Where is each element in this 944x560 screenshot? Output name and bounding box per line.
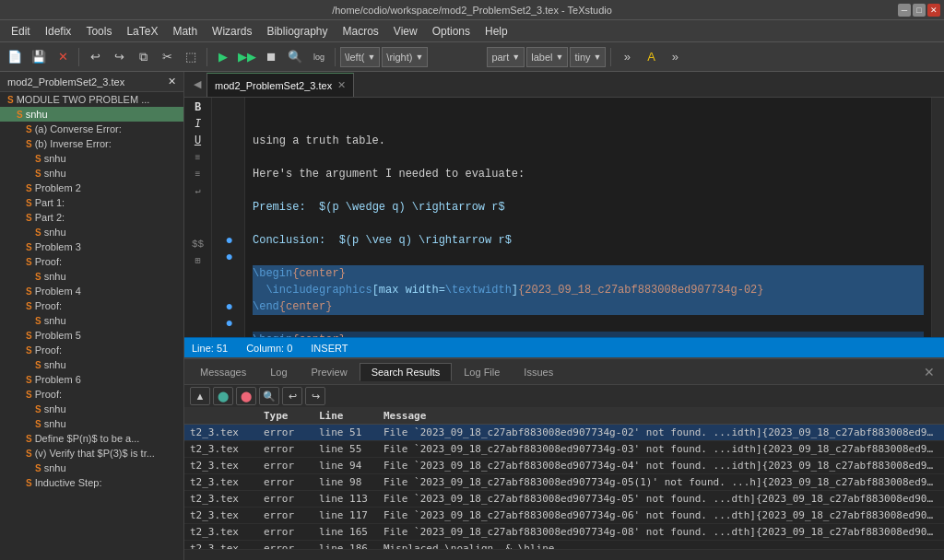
tab-search-results[interactable]: Search Results [360, 363, 453, 381]
sidebar-item-16[interactable]: SProblem 5 [0, 328, 183, 343]
sidebar-item-18[interactable]: Ssnhu [0, 357, 183, 372]
toolbar-more-btn[interactable]: » [616, 46, 638, 68]
error-row-1[interactable]: t2_3.texerrorline 55File `2023_09_18_c27… [184, 441, 944, 458]
toolbar-redo-btn[interactable]: ↪ [108, 46, 130, 68]
sidebar-item-23[interactable]: SDefine $P(n)$ to be a... [0, 431, 183, 446]
menu-tools[interactable]: Tools [78, 23, 119, 40]
error-row-3[interactable]: t2_3.texerrorline 98File `2023_09_18_c27… [184, 474, 944, 491]
menu-macros[interactable]: Macros [336, 23, 386, 40]
tab-log-file[interactable]: Log File [452, 363, 512, 380]
italic-icon[interactable]: I [187, 116, 209, 133]
toolbar-greek-btn[interactable]: Α [640, 46, 662, 68]
sidebar-item-20[interactable]: SProof: [0, 387, 183, 402]
sidebar-item-3[interactable]: S(b) Inverse Error: [0, 136, 183, 151]
error-row-4[interactable]: t2_3.texerrorline 113File `2023_09_18_c2… [184, 491, 944, 508]
dollar-icon[interactable]: $$ [187, 236, 209, 252]
bottom-circle-btn[interactable]: ⬤ [213, 387, 233, 405]
bottom-search-btn[interactable]: 🔍 [259, 387, 279, 405]
error-row-2[interactable]: t2_3.texerrorline 94File `2023_09_18_c27… [184, 458, 944, 474]
menu-edit[interactable]: Edit [4, 23, 38, 40]
code-content[interactable]: using a truth table.Here's the argument … [245, 98, 931, 337]
toolbar-copy-btn[interactable]: ⧉ [132, 46, 154, 68]
menu-help[interactable]: Help [478, 23, 515, 40]
toolbar-label-dropdown[interactable]: label ▼ [526, 47, 568, 67]
tab-nav-left[interactable]: ◀ [188, 72, 206, 97]
menu-view[interactable]: View [386, 23, 425, 40]
minimize-button[interactable]: ─ [898, 4, 911, 17]
sidebar-item-26[interactable]: SInductive Step: [0, 475, 183, 490]
toolbar-part-dropdown[interactable]: part ▼ [487, 47, 525, 67]
sidebar-item-7[interactable]: SPart 1: [0, 195, 183, 210]
bottom-up-btn[interactable]: ▲ [190, 387, 210, 405]
sidebar-item-19[interactable]: SProblem 6 [0, 372, 183, 387]
sidebar-close-icon[interactable]: ✕ [168, 76, 176, 88]
editor-scrollbar[interactable] [931, 98, 944, 337]
sidebar-item-14[interactable]: SProof: [0, 298, 183, 313]
menu-bibliography[interactable]: Bibliography [259, 23, 335, 40]
return-icon[interactable]: ↵ [187, 182, 209, 199]
bottom-panel-close-icon[interactable]: ✕ [918, 365, 940, 379]
sidebar-item-2[interactable]: S(a) Converse Error: [0, 122, 183, 136]
sidebar-item-17[interactable]: SProof: [0, 343, 183, 357]
menu-wizards[interactable]: Wizards [205, 23, 259, 40]
error-row-7[interactable]: t2_3.texerrorline 186Misplaced \noalign.… [184, 541, 944, 550]
window-controls: ─ □ ✕ [898, 4, 940, 17]
align-icon[interactable]: ≡ [187, 166, 209, 182]
sidebar-item-15[interactable]: Ssnhu [0, 313, 183, 328]
sidebar-item-6[interactable]: SProblem 2 [0, 181, 183, 195]
sidebar-item-22[interactable]: Ssnhu [0, 416, 183, 431]
sidebar-item-4[interactable]: Ssnhu [0, 151, 183, 166]
sidebar-item-8[interactable]: SPart 2: [0, 210, 183, 225]
menu-latex[interactable]: LaTeX [119, 23, 165, 40]
sidebar-item-11[interactable]: SProof: [0, 254, 183, 269]
transform-icon[interactable]: ⊞ [187, 252, 209, 269]
editor-tab-active[interactable]: mod2_ProblemSet2_3.tex ✕ [206, 73, 354, 97]
sidebar-item-0[interactable]: SMODULE TWO PROBLEM ... [0, 92, 183, 107]
bottom-refresh-btn[interactable]: ↩ [282, 387, 302, 405]
underline-icon[interactable]: U [187, 133, 209, 149]
toolbar-new-btn[interactable]: 📄 [4, 46, 26, 68]
close-window-button[interactable]: ✕ [927, 4, 940, 17]
toolbar-more2-btn[interactable]: » [664, 46, 686, 68]
sidebar-item-21[interactable]: Ssnhu [0, 402, 183, 416]
menu-options[interactable]: Options [425, 23, 478, 40]
toolbar-cut-btn[interactable]: ✂ [156, 46, 178, 68]
sidebar-item-9[interactable]: Ssnhu [0, 225, 183, 239]
tab-preview[interactable]: Preview [300, 363, 360, 380]
sidebar-item-1[interactable]: Ssnhu [0, 107, 183, 122]
toolbar-something-btn[interactable]: ⬚ [180, 46, 202, 68]
toolbar-run-btn[interactable]: ▶▶ [236, 46, 258, 68]
bold-icon[interactable]: B [187, 99, 209, 116]
toolbar-cancel-btn[interactable]: ✕ [52, 46, 74, 68]
toolbar-save-btn[interactable]: 💾 [28, 46, 50, 68]
toolbar-right-dropdown[interactable]: \right) ▼ [382, 47, 428, 67]
col-file [184, 408, 258, 425]
toolbar-undo-btn[interactable]: ↩ [84, 46, 106, 68]
sidebar-item-24[interactable]: S(v) Verify that $P(3)$ is tr... [0, 446, 183, 461]
bottom-refresh2-btn[interactable]: ↪ [305, 387, 325, 405]
toolbar-tiny-dropdown[interactable]: tiny ▼ [570, 47, 606, 67]
toolbar-search-btn[interactable]: 🔍 [284, 46, 306, 68]
sidebar-item-5[interactable]: Ssnhu [0, 166, 183, 181]
toolbar-compile-btn[interactable]: ▶ [212, 46, 234, 68]
bottom-hscroll[interactable] [184, 549, 944, 560]
maximize-button[interactable]: □ [913, 4, 926, 17]
error-row-6[interactable]: t2_3.texerrorline 165File `2023_09_18_c2… [184, 524, 944, 541]
sidebar-item-10[interactable]: SProblem 3 [0, 239, 183, 254]
sidebar-item-12[interactable]: Ssnhu [0, 269, 183, 284]
toolbar-left-dropdown[interactable]: \left( ▼ [340, 47, 380, 67]
error-row-5[interactable]: t2_3.texerrorline 117File `2023_09_18_c2… [184, 508, 944, 524]
menu-idefix[interactable]: Idefix [38, 23, 79, 40]
tab-issues[interactable]: Issues [512, 363, 565, 380]
tab-log[interactable]: Log [258, 363, 299, 380]
toolbar-log-btn[interactable]: log [308, 46, 330, 68]
sidebar-item-13[interactable]: SProblem 4 [0, 284, 183, 298]
toolbar-stop-btn[interactable]: ⏹ [260, 46, 282, 68]
tab-close-icon[interactable]: ✕ [337, 79, 346, 91]
sidebar-item-25[interactable]: Ssnhu [0, 461, 183, 475]
menu-math[interactable]: Math [165, 23, 205, 40]
bottom-circle2-btn[interactable]: ⬤ [236, 387, 256, 405]
list-icon[interactable]: ≡ [187, 149, 209, 166]
tab-messages[interactable]: Messages [188, 363, 258, 380]
error-row-0[interactable]: t2_3.texerrorline 51File `2023_09_18_c27… [184, 425, 944, 441]
